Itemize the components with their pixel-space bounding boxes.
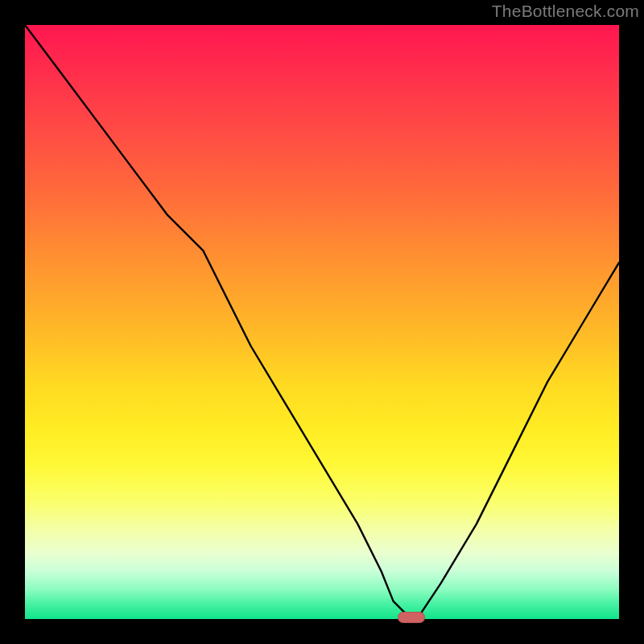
plot-area [25, 25, 619, 619]
optimal-marker [398, 612, 425, 623]
chart-frame: TheBottleneck.com [0, 0, 644, 644]
bottleneck-curve [25, 25, 619, 619]
watermark-label: TheBottleneck.com [492, 2, 639, 21]
